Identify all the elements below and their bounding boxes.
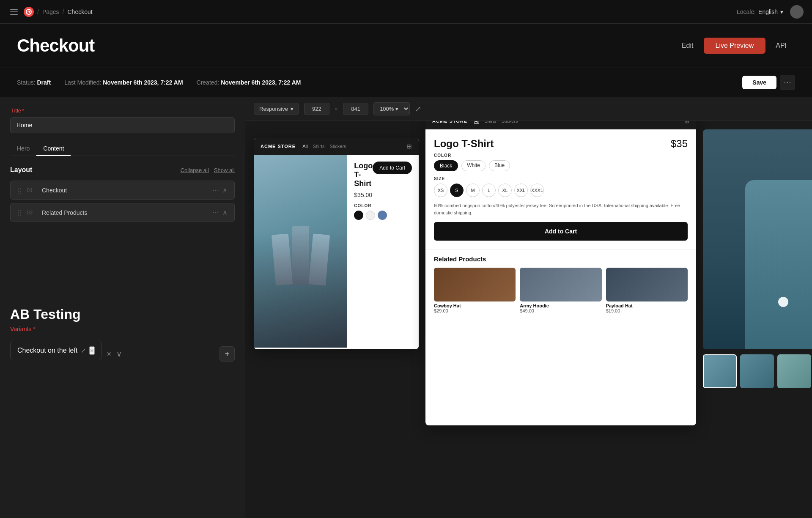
product-title-row: Logo T-Shirt $35 xyxy=(434,138,688,150)
nav-stickers-large[interactable]: Stickers xyxy=(502,121,518,124)
related-price-3: $19.00 xyxy=(606,308,688,313)
header-actions: Edit Live Preview API xyxy=(673,38,795,54)
related-price-1: $29.00 xyxy=(434,308,516,313)
size-m[interactable]: M xyxy=(466,184,480,197)
size-xxl[interactable]: XXL xyxy=(514,184,528,197)
related-name-3: Payload Hat xyxy=(606,303,688,308)
size-l[interactable]: L xyxy=(482,184,496,197)
status-bar-right: Save ⋯ xyxy=(742,75,795,90)
store-preview-small: ACME STORE All Shirts Stickers ⊞ xyxy=(254,138,419,349)
right-panel: Responsive ▾ × 100% ▾ 75% 50% ⤢ ACME STO… xyxy=(245,97,812,518)
layout-item-name-1: Checkout xyxy=(42,187,207,194)
color-black-large[interactable]: Black xyxy=(434,160,458,171)
checkout-tag[interactable]: Checkout on the left ⤢ × xyxy=(10,341,102,360)
breadcrumb-checkout: Checkout xyxy=(67,8,92,15)
nav-all-large[interactable]: All xyxy=(474,121,479,124)
checkout-tag-text: Checkout on the left xyxy=(17,347,77,354)
tag-dismiss-button[interactable]: × xyxy=(107,350,112,359)
product-image-small xyxy=(254,155,347,348)
more-options-button[interactable]: ⋯ xyxy=(780,75,795,90)
color-white-large[interactable]: White xyxy=(461,160,486,171)
tabs-row: Hero Content xyxy=(10,142,235,156)
nav-stickers-small[interactable]: Stickers xyxy=(330,144,346,149)
related-item-2[interactable]: Army Hoodie $49.00 xyxy=(520,268,601,313)
nav-shirts-small[interactable]: Shirts xyxy=(313,144,324,149)
width-input[interactable] xyxy=(304,103,329,115)
right-thumb-2[interactable] xyxy=(740,354,774,388)
swatch-blue[interactable] xyxy=(378,211,387,220)
shirt-model-body xyxy=(745,180,812,349)
edit-button[interactable]: Edit xyxy=(673,38,702,54)
status-item: Status: Draft xyxy=(17,79,51,86)
breadcrumb-pages[interactable]: Pages xyxy=(42,8,59,15)
product-details-large: Logo T-Shirt $35 COLOR Black White Blue … xyxy=(434,138,688,241)
external-link-icon: ⤢ xyxy=(81,347,86,354)
right-product-panel: ⤢ xyxy=(703,129,812,442)
layout-item-collapse-1[interactable]: ∧ xyxy=(222,186,228,194)
size-xxxl[interactable]: XXXL xyxy=(530,184,544,197)
user-avatar[interactable] xyxy=(790,5,804,19)
layout-item-more-2[interactable]: ⋯ xyxy=(212,208,219,217)
right-thumb-3[interactable] xyxy=(777,354,811,388)
add-to-cart-small[interactable]: Add to Cart xyxy=(373,162,412,174)
size-xs[interactable]: XS xyxy=(434,184,447,197)
nav-icon-large: ⊞ xyxy=(684,121,689,124)
layout-item-more-1[interactable]: ⋯ xyxy=(212,186,219,194)
locale-selector[interactable]: Locale: English ▾ xyxy=(737,8,783,15)
page-header: Checkout Edit Live Preview API xyxy=(0,24,812,68)
title-input[interactable] xyxy=(10,117,235,133)
tab-content[interactable]: Content xyxy=(36,142,71,156)
variants-label: Variants * xyxy=(10,326,235,332)
layout-item-collapse-2[interactable]: ∧ xyxy=(222,208,228,217)
nav-all-small[interactable]: All xyxy=(302,144,307,149)
status-label: Status: xyxy=(17,79,36,86)
right-thumbnails xyxy=(703,354,812,388)
save-button[interactable]: Save xyxy=(742,76,776,89)
locale-value: English xyxy=(758,8,778,15)
height-input[interactable] xyxy=(343,103,368,115)
right-main-product-image: ⤢ xyxy=(703,129,812,349)
show-all-button[interactable]: Show all xyxy=(214,167,235,173)
layout-item-checkout[interactable]: ⣿ 01 Checkout ⋯ ∧ xyxy=(10,181,235,200)
nav-shirts-large[interactable]: Shirts xyxy=(484,121,496,124)
zoom-select[interactable]: 100% ▾ 75% 50% xyxy=(373,102,410,115)
created-value: November 6th 2023, 7:22 AM xyxy=(221,79,301,86)
swatch-white[interactable] xyxy=(366,211,375,220)
size-options-large: XS S M L XL XXL XXXL xyxy=(434,184,688,197)
app-logo xyxy=(24,7,34,17)
related-img-hat xyxy=(434,268,516,301)
product-price-large: $35 xyxy=(671,138,688,150)
related-section: Related Products Cowboy Hat $29.00 Army … xyxy=(425,249,696,319)
tag-collapse-button[interactable]: ∨ xyxy=(116,349,122,359)
api-button[interactable]: API xyxy=(767,38,795,54)
related-name-2: Army Hoodie xyxy=(520,303,601,308)
related-img-cap xyxy=(606,268,688,301)
layout-section-title: Layout Collapse all Show all xyxy=(10,166,235,174)
related-item-3[interactable]: Payload Hat $19.00 xyxy=(606,268,688,313)
layout-item-num-2: 02 xyxy=(27,209,37,216)
nav-icon-small: ⊞ xyxy=(407,143,412,150)
related-img-hoodie xyxy=(520,268,601,301)
dimension-separator: × xyxy=(335,106,338,112)
responsive-dropdown[interactable]: Responsive ▾ xyxy=(254,103,299,115)
add-variant-button[interactable]: + xyxy=(219,346,235,362)
hamburger-menu[interactable] xyxy=(8,6,20,18)
tab-hero[interactable]: Hero xyxy=(10,142,36,156)
live-preview-button[interactable]: Live Preview xyxy=(704,38,766,54)
color-blue-large[interactable]: Blue xyxy=(489,160,510,171)
size-xl[interactable]: XL xyxy=(498,184,512,197)
size-s[interactable]: S xyxy=(450,184,464,197)
right-thumb-1[interactable] xyxy=(703,354,737,388)
store-preview-large: ACME STORE All Shirts Stickers ⊞ Logo T-… xyxy=(425,121,696,425)
related-item-1[interactable]: Cowboy Hat $29.00 xyxy=(434,268,516,313)
layout-item-related[interactable]: ⣿ 02 Related Products ⋯ ∧ xyxy=(10,203,235,222)
collapse-all-button[interactable]: Collapse all xyxy=(181,167,209,173)
add-to-cart-large[interactable]: Add to Cart xyxy=(434,222,688,241)
product-name-small: Logo T-Shirt xyxy=(354,162,373,188)
expand-preview-button[interactable]: ⤢ xyxy=(415,104,421,114)
related-title: Related Products xyxy=(434,255,688,263)
created-item: Created: November 6th 2023, 7:22 AM xyxy=(197,79,301,86)
swatch-black[interactable] xyxy=(354,211,363,220)
product-small: Logo T-Shirt Add to Cart $35.00 COLOR xyxy=(254,155,419,348)
checkout-tag-close-button[interactable]: × xyxy=(89,346,94,355)
